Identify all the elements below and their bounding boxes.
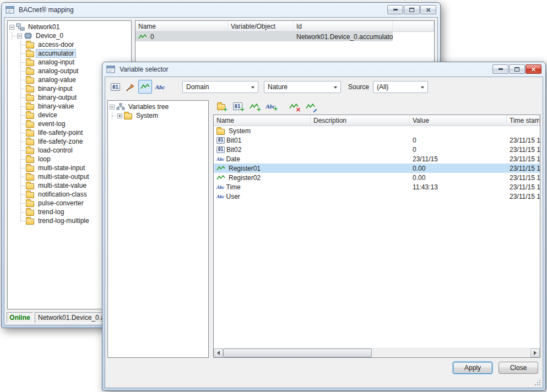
- column-header-timestamp[interactable]: Time stamp: [507, 115, 540, 126]
- tree-item-object-selected[interactable]: accumulator: [8, 49, 131, 58]
- close-button[interactable]: ×: [526, 64, 541, 74]
- folder-icon: [26, 139, 34, 145]
- variables-panel: Name Description Value Time stamp System…: [213, 98, 540, 358]
- variable-selector-titlebar[interactable]: Variable selector ×: [102, 62, 545, 77]
- folder-icon: [26, 60, 34, 66]
- minimize-icon: [499, 68, 503, 70]
- filter-clean-button[interactable]: [123, 80, 137, 94]
- folder-icon: [26, 130, 34, 137]
- filter-bits-button[interactable]: [109, 80, 122, 94]
- plus-icon: [240, 107, 245, 112]
- add-bit-button[interactable]: [231, 100, 246, 113]
- folder-icon: [26, 219, 34, 225]
- add-string-button[interactable]: [264, 100, 279, 113]
- minimize-button[interactable]: [492, 64, 508, 74]
- tree-item-network[interactable]: Network01: [8, 23, 131, 31]
- filter-toolbar: Domain Nature Source (All): [107, 78, 540, 96]
- folder-icon: [26, 148, 34, 154]
- close-icon: ×: [530, 66, 536, 73]
- brush-icon: [126, 83, 135, 91]
- folder-icon: [26, 113, 34, 119]
- mapping-table-header: Name Variable/Object Id: [136, 21, 434, 32]
- device-icon: [24, 32, 33, 40]
- filter-registers-button[interactable]: [138, 80, 152, 94]
- folder-icon: [26, 69, 34, 75]
- source-combobox[interactable]: (All): [373, 81, 428, 93]
- maximize-button[interactable]: [509, 64, 525, 74]
- close-dialog-button[interactable]: Close: [499, 362, 538, 374]
- tree-item-system[interactable]: System: [108, 111, 208, 120]
- chevron-down-icon: [334, 86, 337, 89]
- collapse-icon[interactable]: [17, 34, 22, 39]
- delete-variable-button[interactable]: [287, 100, 302, 113]
- table-row-user[interactable]: User 23/11/15 11:: [214, 192, 540, 201]
- variables-tree-panel: Variables tree System: [107, 100, 209, 358]
- register-icon: [140, 83, 150, 90]
- maximize-button[interactable]: [404, 5, 420, 14]
- column-header-value[interactable]: Value: [410, 115, 507, 126]
- source-label: Source: [348, 83, 369, 91]
- folder-icon: [26, 86, 34, 92]
- folder-icon: [26, 183, 34, 189]
- abc-icon: [216, 193, 225, 200]
- table-row-date[interactable]: Date 23/11/15 23/11/15 11:: [214, 154, 540, 164]
- table-row-bit01[interactable]: Bit01 0 23/11/15 11:: [214, 135, 540, 145]
- nature-combobox[interactable]: Nature: [264, 81, 341, 93]
- expand-icon[interactable]: [117, 113, 122, 118]
- register-icon: [216, 165, 225, 172]
- add-folder-button[interactable]: [214, 100, 229, 113]
- table-empty-area: [214, 201, 540, 348]
- table-row-register02[interactable]: Register02 0.00 23/11/15 11:: [214, 173, 540, 182]
- folder-icon: [216, 129, 225, 135]
- collapse-icon[interactable]: [9, 25, 14, 30]
- folder-icon: [26, 104, 34, 110]
- apply-button[interactable]: Apply: [453, 362, 492, 374]
- filter-strings-button[interactable]: [153, 80, 167, 94]
- abc-icon: [216, 156, 225, 162]
- folder-icon: [26, 210, 34, 216]
- resize-grip[interactable]: [534, 379, 541, 386]
- table-row-register01-selected[interactable]: Register01 0.00 23/11/15 11:: [214, 164, 540, 173]
- column-header-name[interactable]: Name: [214, 115, 311, 126]
- scrollbar-track[interactable]: [372, 349, 530, 357]
- scrollbar-thumb[interactable]: [223, 349, 372, 357]
- tree-item-object[interactable]: access-door: [8, 40, 131, 49]
- folder-icon: [26, 95, 34, 101]
- minimize-button[interactable]: [387, 5, 403, 14]
- plus-icon: [273, 106, 278, 112]
- table-row-time[interactable]: Time 11:43:13 23/11/15 11:: [214, 182, 540, 192]
- add-register-button[interactable]: [247, 100, 262, 113]
- table-row-system[interactable]: System: [214, 126, 540, 135]
- column-header-name[interactable]: Name: [136, 21, 228, 31]
- folder-icon: [26, 166, 34, 172]
- column-header-id[interactable]: Id: [294, 21, 393, 31]
- scroll-right-button[interactable]: [530, 349, 540, 357]
- bacnet-titlebar[interactable]: BACnet® mapping ×: [2, 3, 440, 17]
- table-row-bit02[interactable]: Bit02 0 23/11/15 11:: [214, 145, 540, 154]
- tree-item-variables-root[interactable]: Variables tree: [108, 102, 208, 111]
- column-header-description[interactable]: Description: [311, 115, 410, 126]
- status-online-cell: Online: [7, 312, 33, 323]
- edit-variable-button[interactable]: [304, 100, 318, 113]
- column-header-variable-object[interactable]: Variable/Object: [228, 21, 294, 31]
- domain-combobox[interactable]: Domain: [182, 81, 258, 93]
- close-icon: ×: [425, 7, 431, 13]
- mapping-row[interactable]: 0 Network01.Device_0.accumulator...: [136, 32, 434, 41]
- folder-icon: [124, 113, 132, 119]
- close-button[interactable]: ×: [420, 5, 436, 14]
- horizontal-scrollbar: [214, 348, 540, 357]
- window-title: BACnet® mapping: [19, 6, 74, 14]
- window-title: Variable selector: [120, 66, 169, 73]
- variable-icon: [138, 34, 147, 40]
- chevron-down-icon: [251, 86, 254, 89]
- register-icon: [306, 103, 315, 110]
- collapse-icon[interactable]: [110, 105, 115, 110]
- app-icon: [6, 6, 14, 14]
- plus-icon: [223, 107, 228, 112]
- bit-icon: [216, 137, 225, 144]
- variables-table: Name Description Value Time stamp System…: [213, 115, 540, 358]
- folder-icon: [26, 157, 34, 163]
- app-icon: [106, 65, 115, 74]
- tree-item-device[interactable]: Device_0: [8, 31, 131, 40]
- scroll-left-button[interactable]: [214, 349, 223, 357]
